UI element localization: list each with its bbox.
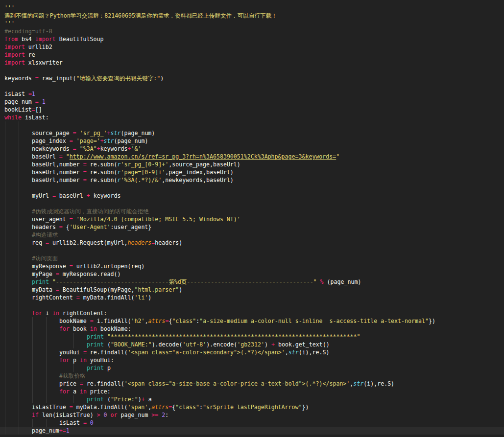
code-line[interactable]: ''' (0, 4, 504, 12)
code-line-content: #访问页面 (4, 255, 58, 262)
code-editor[interactable]: '''遇到不懂的问题？Python学习交流群：821460695满足你的需求，资… (0, 0, 504, 437)
code-line-content: print "---------------------------------… (4, 278, 361, 285)
code-line[interactable]: baseUrl,number = re.subn(r'page=[0-9]+',… (0, 168, 504, 176)
code-line[interactable]: while isLast: (0, 114, 504, 121)
code-line[interactable]: print p (0, 364, 504, 372)
code-line[interactable]: newkeywords = "%3A"+keywords+'&' (0, 145, 504, 153)
token-print: print (32, 278, 49, 285)
token-keyword: + (271, 341, 275, 348)
code-line[interactable]: for p in youHui: (0, 356, 504, 364)
token-keyword: = (56, 286, 59, 293)
code-line[interactable]: myResponse = urllib2.urlopen(req) (0, 262, 504, 270)
code-line[interactable] (0, 184, 504, 192)
token-text (63, 153, 66, 160)
indent-guide-line (19, 192, 19, 200)
code-line[interactable]: page_num = 1 (0, 98, 504, 106)
code-line[interactable]: #伪装成浏览器访问，直接访问的话可能会拒绝 (0, 207, 504, 215)
code-line[interactable]: page_index = 'page='+str(page_num) (0, 137, 504, 145)
token-keyword: = (46, 239, 49, 246)
code-line[interactable]: myData = BeautifulSoup(myPage,"html.pars… (0, 286, 504, 294)
indent-guide-line (46, 372, 47, 380)
indent-guide-line (46, 395, 47, 403)
token-keyword: = (83, 177, 87, 184)
code-line[interactable]: for i in rightContent: (0, 309, 504, 317)
code-line[interactable]: for a in price: (0, 388, 504, 395)
code-line[interactable]: isLast = 0 (0, 419, 504, 427)
token-text: youHui: (87, 357, 114, 364)
code-line[interactable] (0, 247, 504, 254)
code-line[interactable]: 遇到不懂的问题？Python学习交流群：821460695满足你的需求，资料都已… (0, 12, 504, 20)
code-line[interactable]: myUrl = baseUrl + keywords (0, 192, 504, 200)
code-line[interactable]: isLastTrue = myData.findAll('span',attrs… (0, 403, 504, 411)
code-line[interactable]: bookName = i.findAll('h2',attrs={"class"… (0, 317, 504, 325)
token-string: "BOOK_NAME:" (111, 341, 152, 348)
token-text: (i),re.S) (363, 380, 394, 387)
token-keyword: = (73, 145, 76, 152)
indent-guide-line (19, 278, 19, 286)
token-text: keywords (100, 145, 128, 152)
code-line[interactable]: #获取价格 (0, 372, 504, 380)
code-line-content: isLast =1 (4, 91, 35, 97)
code-line[interactable]: rightContent = myData.findAll('li') (0, 294, 504, 301)
code-line[interactable]: from bs4 import BeautifulSoup (0, 35, 504, 43)
indent-guide-line (32, 395, 33, 403)
code-line-content: #ecoding=utf-8 (4, 28, 52, 35)
code-line[interactable]: isLast =1 (0, 90, 504, 98)
token-text: ( (104, 396, 111, 403)
token-text: myData.findAll( (80, 294, 135, 301)
code-line[interactable]: print ("BOOK_NAME:").decode('utf-8').enc… (0, 341, 504, 348)
code-line[interactable]: import re (0, 51, 504, 59)
indent-guide-line (5, 372, 5, 380)
code-line[interactable]: youHui = re.findall('<span class="a-colo… (0, 348, 504, 356)
token-builtin: r (118, 169, 121, 176)
code-line[interactable]: #ecoding=utf-8 (0, 27, 504, 35)
indent-guide-line (32, 419, 33, 427)
code-line[interactable]: print "*********************************… (0, 333, 504, 341)
code-line[interactable] (0, 301, 504, 309)
code-line[interactable]: #构造请求 (0, 231, 504, 239)
code-line[interactable]: baseUrl,number = re.subn(r'%3A(.*?)/&',n… (0, 176, 504, 184)
token-text: page_num (32, 427, 59, 434)
token-text: (page_num) (324, 278, 361, 285)
indent-guide-line (5, 380, 5, 388)
indent-guide-line (19, 364, 19, 372)
indent-guide-line (46, 317, 47, 325)
code-line[interactable]: user_agent = 'Mozilla/4.0 (compatible; M… (0, 215, 504, 223)
indent-guide-line (5, 200, 5, 207)
code-line[interactable]: import urllib2 (0, 43, 504, 51)
token-text: baseUrl,number (32, 169, 83, 176)
indent-guide-line (19, 145, 19, 153)
code-line[interactable]: baseUrl = "http://www.amazon.cn/s/ref=sr… (0, 153, 504, 161)
code-line[interactable]: if len(isLastTrue) > 0 or page_num >= 2: (0, 411, 504, 419)
code-line[interactable]: #访问页面 (0, 254, 504, 262)
code-line[interactable] (0, 67, 504, 74)
code-line[interactable]: myPage = myResponse.read() (0, 270, 504, 278)
code-line[interactable]: price = re.findall('<span class="a-size-… (0, 380, 504, 388)
indent-guide-line (19, 395, 19, 403)
token-text: isLast (4, 91, 28, 97)
code-line[interactable]: keywords = raw_input("请输入您要查询的书籍关键字:") (0, 74, 504, 82)
code-line[interactable]: headers = {'User-Agent':user_agent} (0, 223, 504, 231)
token-keyword: while (4, 114, 22, 121)
code-line-content: youHui = re.findall('<span class="a-colo… (4, 349, 329, 356)
token-builtin: str (288, 349, 299, 356)
code-line[interactable]: import xlsxwriter (0, 59, 504, 67)
code-line[interactable] (0, 200, 504, 207)
current-code-line[interactable]: page_num+=1 (0, 427, 504, 435)
code-line[interactable]: baseUrl,number = re.subn(r'sr_pg_[0-9]+'… (0, 161, 504, 168)
code-line[interactable]: req = urllib2.Request(myUrl,headers=head… (0, 239, 504, 247)
code-line[interactable]: print "---------------------------------… (0, 278, 504, 286)
code-line[interactable] (0, 82, 504, 90)
token-keyword: = (70, 263, 73, 270)
token-text: baseUrl (56, 192, 87, 199)
token-text: ).decode( (152, 341, 183, 348)
code-line[interactable] (0, 121, 504, 129)
code-line-content: keywords = raw_input("请输入您要查询的书籍关键字:") (4, 75, 164, 82)
code-line[interactable]: ''' (0, 20, 504, 27)
code-line[interactable]: source_page = 'sr_pg_'+str(page_num) (0, 129, 504, 137)
code-line[interactable]: for book in bookName: (0, 325, 504, 333)
code-line[interactable]: print ("Price:")+ a (0, 395, 504, 403)
code-line[interactable]: bookList=[] (0, 106, 504, 114)
code-line-content: myResponse = urllib2.urlopen(req) (4, 263, 144, 270)
indent-guide-line (19, 137, 19, 145)
